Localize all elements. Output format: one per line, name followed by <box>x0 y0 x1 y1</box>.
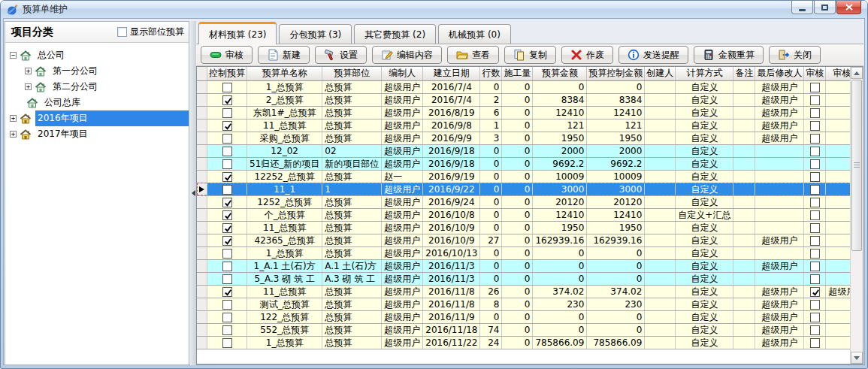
ctrl-checkbox[interactable] <box>222 236 232 246</box>
audit-checkbox[interactable] <box>810 262 820 271</box>
new-button[interactable]: 新建 <box>258 46 310 64</box>
col-header-audit[interactable]: 审核 <box>804 67 826 80</box>
tab-machinery-budget[interactable]: 机械预算 (0) <box>438 24 511 44</box>
audit-checkbox[interactable] <box>810 313 820 322</box>
audit-checkbox[interactable] <box>810 83 820 92</box>
row-selector[interactable] <box>197 310 207 323</box>
table-row[interactable]: 1_总预算总预算超级用户2016/11/22240785866.09785866… <box>197 336 863 349</box>
row-selector[interactable] <box>197 247 207 259</box>
table-row[interactable]: 12_0202超级用户2016/9/180020002000自定义 <box>197 144 863 157</box>
table-row[interactable]: 11_总预算总预算超级用户2016/9/810121121自定义超级用户 <box>197 119 863 132</box>
table-row[interactable]: 东凯1#_总预算总预算超级用户2016/8/19601241012410自定义超… <box>197 106 863 119</box>
panel-splitter[interactable] <box>190 21 196 365</box>
row-selector[interactable] <box>197 80 207 93</box>
table-row[interactable]: 5_A.3 砌 筑 工A.3 砌 筑 工超级用户2016/11/30000自定义 <box>197 272 863 285</box>
ctrl-checkbox[interactable] <box>222 210 232 220</box>
ctrl-checkbox[interactable] <box>222 95 232 105</box>
table-row[interactable]: 552_总预算总预算超级用户2016/11/1874000自定义超级用户 <box>197 323 863 336</box>
row-selector[interactable] <box>197 208 207 221</box>
row-selector[interactable] <box>197 285 207 298</box>
col-header-qty[interactable]: 施工量 <box>502 67 533 80</box>
scroll-down-button[interactable] <box>851 352 863 364</box>
ctrl-checkbox[interactable] <box>222 172 232 182</box>
table-row[interactable]: 12252_总预算总预算赵一2016/9/19001000910009自定义 <box>197 170 863 183</box>
maximize-button[interactable] <box>814 1 836 14</box>
audit-button[interactable]: 审核 <box>201 46 253 64</box>
table-row[interactable]: 1_总预算总预算超级用户2016/10/130000自定义 <box>197 247 863 259</box>
plus-expander-icon[interactable]: + <box>10 131 17 138</box>
table-row[interactable]: 1252_总预算总预算超级用户2016/9/24002012020120自定义 <box>197 195 863 208</box>
minus-expander-icon[interactable]: − <box>10 52 17 59</box>
minimize-button[interactable] <box>791 1 813 14</box>
row-selector[interactable] <box>197 183 207 195</box>
table-row[interactable]: 122_总预算总预算超级用户2016/11/90000自定义超级用户 <box>197 310 863 323</box>
audit-checkbox[interactable] <box>810 95 820 105</box>
row-selector[interactable] <box>197 93 207 106</box>
row-selector[interactable] <box>197 336 207 349</box>
col-header-camount[interactable]: 预算控制金额 <box>587 67 645 80</box>
audit-checkbox[interactable] <box>810 300 820 310</box>
tree-item-head-office[interactable]: −总公司 <box>5 47 189 63</box>
row-selector[interactable] <box>197 272 207 285</box>
table-row[interactable]: 采购_总预算总预算超级用户2016/9/93019501950自定义超级用户 <box>197 132 863 144</box>
row-selector[interactable] <box>197 259 207 272</box>
show-part-budget-checkbox[interactable]: 显示部位预算 <box>117 26 184 38</box>
audit-checkbox[interactable] <box>810 147 820 156</box>
ctrl-checkbox[interactable] <box>222 121 232 131</box>
ctrl-checkbox[interactable] <box>222 83 232 92</box>
audit-checkbox[interactable] <box>810 159 820 169</box>
ctrl-checkbox[interactable] <box>222 338 232 348</box>
ctrl-checkbox[interactable] <box>222 147 232 156</box>
ctrl-checkbox[interactable] <box>222 313 232 322</box>
table-row[interactable]: 11_总预算总预算超级用户2016/11/8260374.02374.02自定义… <box>197 285 863 298</box>
col-header-lines[interactable]: 行数 <box>480 67 502 80</box>
audit-checkbox[interactable] <box>810 287 820 297</box>
recalc-amount-button[interactable]: 金额重算 <box>694 46 764 64</box>
row-selector[interactable] <box>197 157 207 170</box>
audit-checkbox[interactable] <box>810 172 820 182</box>
copy-button[interactable]: 复制 <box>504 46 556 64</box>
ctrl-checkbox[interactable] <box>222 249 232 259</box>
row-selector[interactable] <box>197 106 207 119</box>
audit-checkbox[interactable] <box>810 249 820 259</box>
vertical-scrollbar[interactable] <box>850 67 863 364</box>
plus-expander-icon[interactable]: + <box>25 83 32 90</box>
audit-checkbox[interactable] <box>810 274 820 284</box>
col-header-modifier[interactable]: 最后修改人 <box>755 67 804 80</box>
tree-item-branch-1[interactable]: +第一分公司 <box>5 63 189 79</box>
tree-item-projects-2016[interactable]: +2016年项目 <box>5 110 189 126</box>
tab-material-budget[interactable]: 材料预算 (23) <box>198 22 277 44</box>
tree-item-projects-2017[interactable]: +2017年项目 <box>5 126 189 142</box>
col-header-date[interactable]: 建立日期 <box>423 67 480 80</box>
audit-checkbox[interactable] <box>810 223 820 233</box>
row-selector[interactable] <box>197 144 207 157</box>
scrollbar-thumb[interactable] <box>851 80 862 251</box>
col-header-ctrl[interactable]: 控制预算 <box>207 67 247 80</box>
ctrl-checkbox[interactable] <box>222 223 232 233</box>
table-row[interactable]: 1_A.1 土(石)方A.1 土(石)方超级用户2016/11/30000自定义… <box>197 259 863 272</box>
tree-item-branch-2[interactable]: +第二分公司 <box>5 79 189 95</box>
col-header-name[interactable]: 预算单名称 <box>247 67 322 80</box>
row-selector[interactable] <box>197 132 207 144</box>
table-row[interactable]: 42365_总预算总预算超级用户2016/10/9270162939.16162… <box>197 234 863 247</box>
send-reminder-button[interactable]: 发送提醒 <box>618 46 688 64</box>
col-header-creator[interactable]: 创建人 <box>645 67 676 80</box>
table-row[interactable]: 2_总预算总预算超级用户2016/7/42083848384自定义超级用户 <box>197 93 863 106</box>
col-header-amount[interactable]: 预算金额 <box>533 67 587 80</box>
ctrl-checkbox[interactable] <box>222 287 232 297</box>
plus-expander-icon[interactable]: + <box>10 115 17 122</box>
col-header-remark[interactable]: 备注 <box>733 67 755 80</box>
table-row[interactable]: 个_总预算总预算超级用户2016/10/8001241012410自定义+汇总 <box>197 208 863 221</box>
table-row[interactable]: 11_总预算总预算超级用户2016/10/90019501950自定义 <box>197 221 863 234</box>
table-row[interactable]: 11_11超级用户2016/9/220030003000自定义 <box>197 183 863 195</box>
ctrl-checkbox[interactable] <box>222 300 232 310</box>
table-row[interactable]: 测试_总预算总预算超级用户2016/11/880230230自定义超级用户 <box>197 298 863 310</box>
col-header-author[interactable]: 编制人 <box>382 67 423 80</box>
view-button[interactable]: 查看 <box>447 46 499 64</box>
audit-checkbox[interactable] <box>810 134 820 144</box>
table-row[interactable]: 1_总预算总预算超级用户2016/7/40000自定义超级用户 <box>197 80 863 93</box>
row-selector[interactable] <box>197 298 207 310</box>
audit-checkbox[interactable] <box>810 121 820 131</box>
tab-other-fee-budget[interactable]: 其它费预算 (2) <box>354 24 436 44</box>
close-button[interactable]: 关闭 <box>769 46 821 64</box>
